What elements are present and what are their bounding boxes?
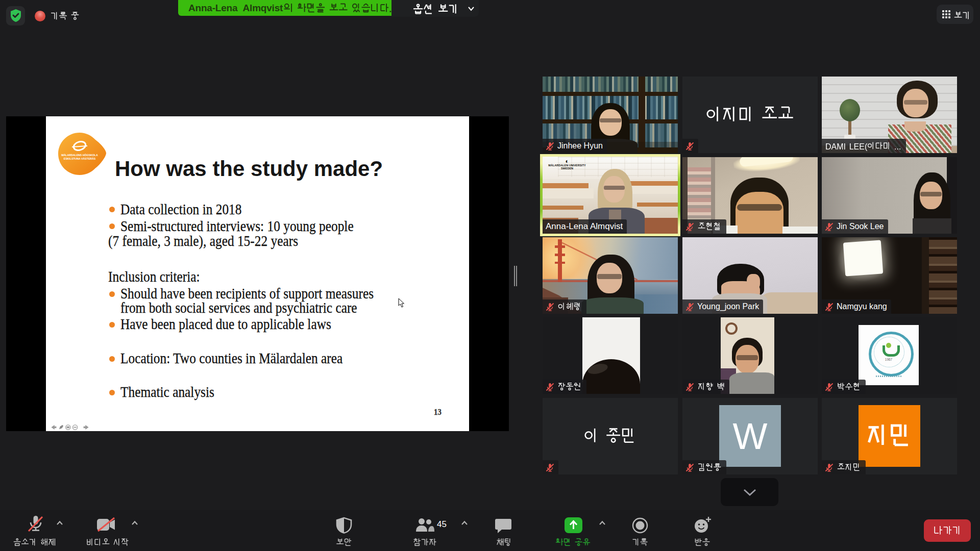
svg-text:MÄLARDALENS HÖGSKOLA: MÄLARDALENS HÖGSKOLA bbox=[61, 154, 98, 157]
svg-text:ESKILSTUNA VÄSTERÅS: ESKILSTUNA VÄSTERÅS bbox=[64, 157, 96, 160]
